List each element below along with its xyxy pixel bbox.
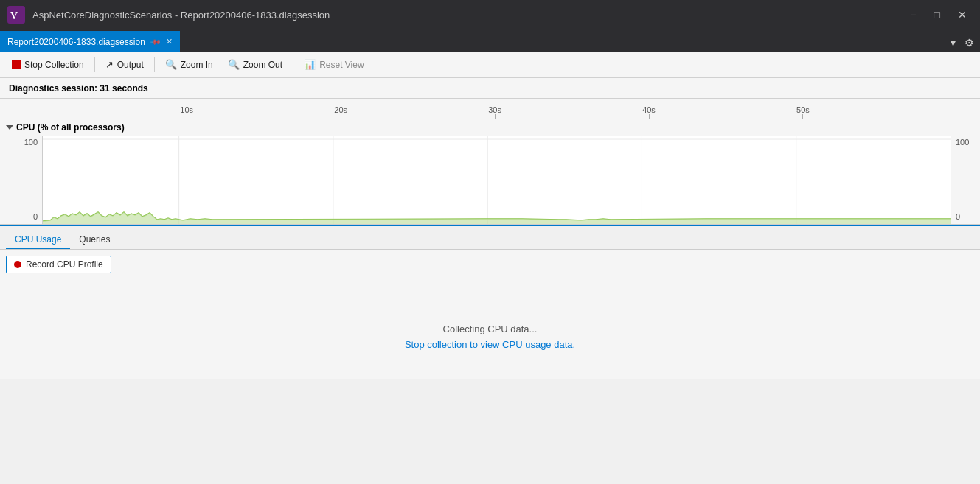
app-title: AspNetCoreDiagnosticScenarios - Report20… [32, 10, 330, 21]
window-controls: − □ ✕ [904, 8, 973, 21]
y-max-right: 100 [956, 138, 969, 147]
tab-close-icon[interactable]: ✕ [166, 37, 173, 46]
tab-label: Report20200406-1833.diagsession [7, 37, 145, 47]
chart-title-bar: CPU (% of all processors) [0, 119, 980, 136]
reset-view-label: Reset View [319, 60, 364, 70]
reset-view-button[interactable]: 📊 Reset View [298, 57, 369, 72]
ruler-ticks: 10s 20s 30s 40s 50s [44, 99, 951, 119]
timeline-ruler: 10s 20s 30s 40s 50s [0, 99, 980, 119]
ruler-tick-20s: 20s [334, 105, 347, 119]
center-message: Collecting CPU data... Stop collection t… [0, 279, 980, 379]
zoom-in-label: Zoom In [181, 60, 213, 70]
tab-cpu-usage[interactable]: CPU Usage [6, 231, 70, 249]
record-dot-icon [14, 261, 21, 268]
title-bar: V AspNetCoreDiagnosticScenarios - Report… [0, 0, 980, 29]
zoom-in-icon: 🔍 [165, 59, 177, 70]
tick-line [187, 114, 187, 119]
reset-view-icon: 📊 [304, 59, 316, 70]
ruler-tick-50s: 50s [796, 105, 810, 119]
session-info-bar: Diagnostics session: 31 seconds [0, 78, 980, 99]
ruler-tick-40s: 40s [642, 105, 656, 119]
tick-line [495, 114, 496, 119]
close-button[interactable]: ✕ [952, 8, 973, 21]
zoom-out-label: Zoom Out [243, 60, 282, 70]
chart-body: 100 0 100 0 [0, 136, 980, 224]
bottom-tabs: CPU Usage Queries [0, 226, 980, 250]
collecting-message: Collecting CPU data... [443, 323, 538, 334]
collapse-triangle-icon[interactable] [6, 125, 13, 130]
vs-logo-icon: V [7, 6, 25, 24]
ruler-inner: 10s 20s 30s 40s 50s [44, 99, 951, 119]
stop-icon [12, 60, 21, 69]
bottom-content-area: Record CPU Profile [0, 250, 980, 279]
tab-bar-left: Report20200406-1833.diagsession 📌 ✕ [0, 31, 180, 52]
chart-svg [43, 136, 951, 224]
output-button[interactable]: ↗ Output [100, 57, 150, 72]
toolbar: Stop Collection ↗ Output 🔍 Zoom In 🔍 Zoo… [0, 52, 980, 78]
stop-collection-label: Stop Collection [24, 60, 84, 70]
tick-line [341, 114, 341, 119]
chart-y-axis-right: 100 0 [951, 136, 980, 224]
output-icon: ↗ [105, 59, 114, 70]
zoom-out-button[interactable]: 🔍 Zoom Out [222, 57, 288, 72]
zoom-in-button[interactable]: 🔍 Zoom In [159, 57, 219, 72]
ruler-tick-10s: 10s [180, 105, 193, 119]
tab-bar: Report20200406-1833.diagsession 📌 ✕ ▾ ⚙ [0, 29, 980, 52]
main-tab[interactable]: Report20200406-1833.diagsession 📌 ✕ [0, 31, 180, 52]
tab-bar-right: ▾ ⚙ [948, 35, 980, 52]
minimize-button[interactable]: − [904, 8, 922, 21]
stop-collection-button[interactable]: Stop Collection [6, 57, 90, 72]
stop-collection-link[interactable]: Stop collection to view CPU usage data. [405, 339, 575, 350]
title-bar-left: V AspNetCoreDiagnosticScenarios - Report… [7, 6, 330, 24]
tab-cpu-usage-label: CPU Usage [15, 234, 61, 245]
chart-title: CPU (% of all processors) [16, 122, 125, 133]
tab-settings-button[interactable]: ⚙ [962, 35, 977, 50]
maximize-button[interactable]: □ [928, 8, 946, 21]
chart-canvas [43, 136, 951, 224]
bottom-panel: CPU Usage Queries Record CPU Profile Col… [0, 225, 980, 379]
ruler-tick-30s: 30s [488, 105, 501, 119]
tab-queries-label: Queries [79, 234, 110, 245]
output-label: Output [117, 60, 144, 70]
tick-line [802, 114, 803, 119]
toolbar-separator-1 [94, 57, 95, 72]
zoom-out-icon: 🔍 [228, 59, 240, 70]
tab-queries[interactable]: Queries [70, 231, 119, 249]
pin-icon: 📌 [150, 35, 161, 47]
record-cpu-label: Record CPU Profile [26, 259, 103, 270]
chart-y-axis-left: 100 0 [0, 136, 43, 224]
record-cpu-profile-button[interactable]: Record CPU Profile [6, 256, 111, 273]
y-min-right: 0 [956, 212, 960, 221]
y-max-left: 100 [24, 138, 38, 147]
toolbar-separator-2 [154, 57, 155, 72]
svg-text:V: V [10, 10, 18, 21]
tick-line [649, 114, 650, 119]
session-info-text: Diagnostics session: 31 seconds [9, 83, 148, 94]
tab-dropdown-button[interactable]: ▾ [948, 35, 959, 50]
y-min-left: 0 [33, 212, 38, 221]
cpu-chart-section: CPU (% of all processors) 100 0 [0, 119, 980, 225]
toolbar-separator-3 [293, 57, 293, 72]
